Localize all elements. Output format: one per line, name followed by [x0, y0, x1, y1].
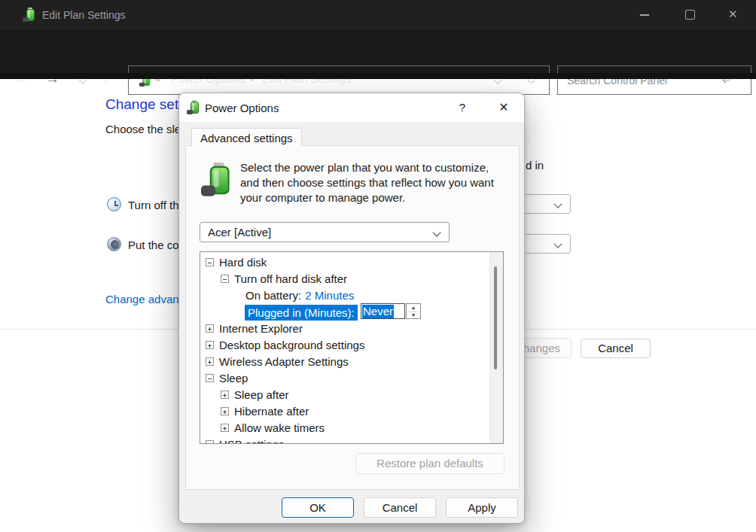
apply-button[interactable]: Apply	[446, 497, 518, 518]
help-icon[interactable]: ?	[454, 101, 471, 114]
change-advanced-settings-link[interactable]: Change advan	[105, 293, 179, 306]
put-computer-to-sleep-label: Put the co	[128, 239, 179, 251]
tree-item-on-battery[interactable]: On battery:2 Minutes	[200, 287, 489, 304]
navbar-bottom-strip	[0, 73, 756, 79]
tree-item-label[interactable]: Allow wake timers	[234, 420, 325, 436]
window-titlebar[interactable]: Edit Plan Settings ✕	[0, 0, 756, 30]
dialog-power-icon	[187, 100, 200, 114]
setting-value-link[interactable]: 2 Minutes	[305, 289, 354, 302]
tree-item-turn-off-hard-disk-after[interactable]: Turn off hard disk after	[200, 271, 489, 287]
power-plan-value: Acer [Active]	[208, 226, 271, 239]
tree-item-label[interactable]: Sleep after	[234, 387, 289, 403]
cancel-button[interactable]: Cancel	[364, 497, 436, 518]
power-plan-dropdown[interactable]: Acer [Active]	[200, 222, 450, 242]
dropdown-chevron-icon	[432, 228, 440, 236]
navigation-bar: ← → ↑ « Power Options › Edit Plan Settin…	[0, 30, 756, 73]
display-off-icon	[107, 197, 121, 211]
advanced-settings-panel: Select the power plan that you want to c…	[185, 145, 520, 490]
tree-scrollbar-thumb[interactable]	[494, 266, 497, 369]
expander-plus-icon[interactable]	[221, 407, 229, 415]
tree-item-sleep-after[interactable]: Sleep after	[200, 387, 489, 403]
tree-item-label[interactable]: Plugged in (Minutes):	[245, 305, 358, 321]
tree-item-internet-explorer[interactable]: Internet Explorer	[200, 321, 489, 337]
tree-item-allow-wake-timers[interactable]: Allow wake timers	[200, 420, 489, 436]
tree-item-label[interactable]: On battery:2 Minutes	[245, 287, 354, 304]
spinner-up-icon[interactable]: ▲	[407, 304, 420, 311]
maximize-icon[interactable]	[685, 10, 695, 20]
expander-plus-icon[interactable]	[206, 440, 214, 444]
tree-item-label[interactable]: Hard disk	[219, 254, 267, 271]
settings-tree[interactable]: Hard diskTurn off hard disk afterOn batt…	[200, 251, 504, 444]
expander-plus-icon[interactable]	[206, 341, 214, 349]
background-cancel-button[interactable]: Cancel	[581, 339, 651, 358]
setting-name: On battery:	[245, 289, 301, 302]
tree-item-label[interactable]: Desktop background settings	[219, 337, 364, 354]
expander-minus-icon[interactable]	[206, 258, 214, 266]
expander-plus-icon[interactable]	[221, 424, 229, 432]
tree-item-hard-disk[interactable]: Hard disk	[200, 254, 489, 271]
tree-item-label[interactable]: USB settings	[219, 436, 285, 444]
tree-item-label[interactable]: Wireless Adapter Settings	[219, 354, 349, 370]
restore-plan-defaults-button[interactable]: Restore plan defaults	[355, 453, 505, 474]
tree-scrollbar[interactable]	[489, 252, 503, 443]
tree-item-hibernate-after[interactable]: Hibernate after	[200, 403, 489, 420]
tree-item-desktop-background-settings[interactable]: Desktop background settings	[200, 337, 489, 354]
power-options-icon	[23, 8, 36, 22]
expander-plus-icon[interactable]	[206, 324, 214, 333]
expander-plus-icon[interactable]	[206, 357, 214, 366]
minimize-icon[interactable]	[640, 14, 649, 16]
tree-item-wireless-adapter-settings[interactable]: Wireless Adapter Settings	[200, 354, 489, 370]
window-title: Edit Plan Settings	[42, 9, 126, 21]
close-icon[interactable]: ✕	[728, 8, 738, 21]
tree-item-label[interactable]: Turn off hard disk after	[234, 271, 347, 287]
page-title: Change set	[105, 96, 178, 113]
spinner-down-icon[interactable]: ▼	[407, 312, 420, 318]
dialog-title: Power Options	[205, 102, 279, 114]
dialog-titlebar[interactable]: Power Options ? ✕	[179, 93, 524, 122]
minutes-spinner[interactable]: ▲▼	[406, 303, 421, 319]
sleep-icon	[107, 237, 121, 251]
power-options-dialog: Power Options ? ✕ Advanced settings Sele…	[178, 93, 525, 524]
turn-off-display-label: Turn off th	[128, 199, 179, 211]
expander-minus-icon[interactable]	[206, 374, 214, 382]
tree-item-label[interactable]: Sleep	[219, 370, 248, 387]
expander-minus-icon[interactable]	[221, 275, 229, 283]
minutes-edit-field[interactable]: Never	[361, 303, 405, 319]
minutes-edit-selected-text: Never	[362, 305, 394, 318]
ok-button[interactable]: OK	[282, 497, 354, 518]
expander-plus-icon[interactable]	[221, 391, 229, 399]
plan-battery-icon	[201, 163, 233, 196]
tree-item-usb-settings[interactable]: USB settings	[200, 436, 489, 444]
tree-item-label[interactable]: Hibernate after	[234, 403, 309, 420]
dialog-description: Select the power plan that you want to c…	[240, 160, 510, 205]
tree-item-sleep[interactable]: Sleep	[200, 370, 489, 387]
plugged-in-column-header: d in	[526, 159, 544, 172]
dialog-close-icon[interactable]: ✕	[494, 100, 514, 114]
page-subtitle: Choose the sle	[105, 123, 181, 135]
tree-item-label[interactable]: Internet Explorer	[219, 321, 303, 337]
tree-item-plugged-in-minutes[interactable]: Plugged in (Minutes):Never▲▼	[200, 304, 489, 321]
tab-advanced-settings[interactable]: Advanced settings	[191, 128, 302, 146]
